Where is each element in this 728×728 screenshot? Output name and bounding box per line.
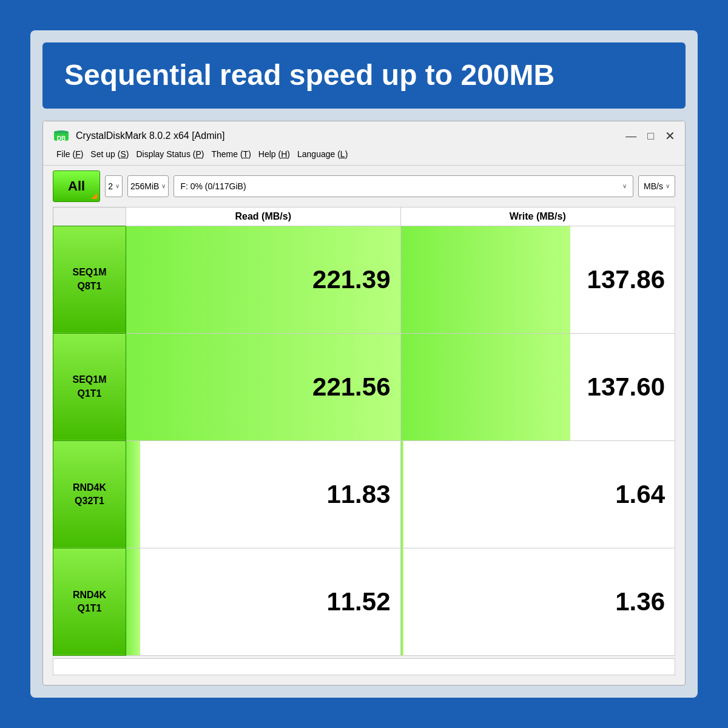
all-button[interactable]: All xyxy=(53,170,100,202)
menu-setup[interactable]: Set up (S) xyxy=(87,148,132,160)
row-label-1: SEQ1MQ1T1 xyxy=(53,333,126,440)
controls-row: All 2 ∨ 256MiB ∨ F: 0% (0/117GiB) ∨ MB/s… xyxy=(53,170,675,202)
read-value-1: 221.56 xyxy=(126,372,400,402)
row-write-1: 137.60 xyxy=(400,333,675,440)
app-icon: DB xyxy=(53,127,70,144)
benchmark-table: Read (MB/s) Write (MB/s) SEQ1MQ8T1221.39… xyxy=(53,207,675,656)
menu-help[interactable]: Help (H) xyxy=(255,148,294,160)
write-value-1: 137.60 xyxy=(401,372,675,402)
table-row: RND4KQ1T111.521.36 xyxy=(53,548,675,655)
maximize-button[interactable]: □ xyxy=(647,130,654,141)
table-header-row: Read (MB/s) Write (MB/s) xyxy=(53,207,675,226)
row-read-3: 11.52 xyxy=(126,548,401,655)
read-value-2: 11.83 xyxy=(126,480,400,509)
row-label-2: RND4KQ32T1 xyxy=(53,440,126,548)
minimize-button[interactable]: — xyxy=(625,130,636,141)
close-button[interactable]: ✕ xyxy=(665,130,675,142)
menu-bar: File (F) Set up (S) Display Status (P) T… xyxy=(43,144,685,165)
table-row: SEQ1MQ1T1221.56137.60 xyxy=(53,333,675,440)
size-value: 256MiB xyxy=(130,181,159,191)
runs-arrow: ∨ xyxy=(115,183,120,189)
content-area: All 2 ∨ 256MiB ∨ F: 0% (0/117GiB) ∨ MB/s… xyxy=(43,166,685,685)
headline-banner: Sequential read speed up to 200MB xyxy=(42,42,686,109)
table-row: SEQ1MQ8T1221.39137.86 xyxy=(53,226,675,333)
col-header-read: Read (MB/s) xyxy=(126,207,401,226)
window-title: CrystalDiskMark 8.0.2 x64 [Admin] xyxy=(76,130,224,141)
drive-dropdown[interactable]: F: 0% (0/117GiB) ∨ xyxy=(174,175,633,197)
menu-file[interactable]: File (F) xyxy=(53,148,87,160)
row-label-3: RND4KQ1T1 xyxy=(53,548,126,655)
write-value-3: 1.36 xyxy=(401,587,675,616)
title-bar: DB CrystalDiskMark 8.0.2 x64 [Admin] — □… xyxy=(43,121,685,144)
window-controls: — □ ✕ xyxy=(625,130,675,142)
menu-theme[interactable]: Theme (T) xyxy=(207,148,254,160)
row-read-2: 11.83 xyxy=(126,440,401,548)
size-arrow: ∨ xyxy=(161,183,166,189)
size-dropdown[interactable]: 256MiB ∨ xyxy=(127,175,169,197)
runs-dropdown[interactable]: 2 ∨ xyxy=(105,175,123,197)
row-write-3: 1.36 xyxy=(400,548,675,655)
status-bar xyxy=(53,658,675,675)
row-write-0: 137.86 xyxy=(400,226,675,333)
title-bar-left: DB CrystalDiskMark 8.0.2 x64 [Admin] xyxy=(53,127,224,144)
row-write-2: 1.64 xyxy=(400,440,675,548)
row-read-1: 221.56 xyxy=(126,333,401,440)
row-read-0: 221.39 xyxy=(126,226,401,333)
table-row: RND4KQ32T111.831.64 xyxy=(53,440,675,548)
units-dropdown[interactable]: MB/s ∨ xyxy=(638,175,675,197)
outer-container: Sequential read speed up to 200MB DB Cry… xyxy=(30,30,698,698)
menu-display-status[interactable]: Display Status (P) xyxy=(132,148,207,160)
write-value-0: 137.86 xyxy=(401,265,675,294)
drive-arrow: ∨ xyxy=(622,183,627,189)
col-header-label xyxy=(53,207,126,226)
read-value-3: 11.52 xyxy=(126,587,400,616)
drive-value: F: 0% (0/117GiB) xyxy=(180,181,246,191)
headline-text: Sequential read speed up to 200MB xyxy=(64,59,554,92)
col-header-write: Write (MB/s) xyxy=(400,207,675,226)
menu-language[interactable]: Language (L) xyxy=(294,148,351,160)
read-value-0: 221.39 xyxy=(126,265,400,294)
runs-value: 2 xyxy=(108,181,113,191)
write-value-2: 1.64 xyxy=(401,480,675,509)
units-value: MB/s xyxy=(644,181,663,191)
row-label-0: SEQ1MQ8T1 xyxy=(53,226,126,333)
svg-text:DB: DB xyxy=(57,135,66,142)
units-arrow: ∨ xyxy=(666,183,670,189)
app-window: DB CrystalDiskMark 8.0.2 x64 [Admin] — □… xyxy=(42,121,686,686)
